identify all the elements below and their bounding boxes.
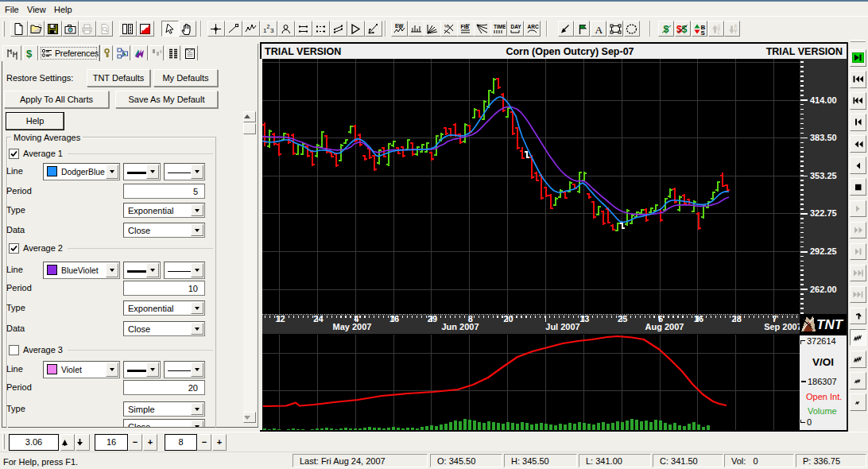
svg-text:262.00: 262.00 bbox=[810, 285, 837, 294]
svg-text:A: A bbox=[595, 23, 603, 35]
svg-text:TIME: TIME bbox=[494, 23, 506, 29]
svg-text:28: 28 bbox=[732, 314, 742, 324]
svg-text:13: 13 bbox=[579, 314, 589, 324]
svg-text:16: 16 bbox=[389, 314, 399, 324]
svg-text:TRIAL VERSION: TRIAL VERSION bbox=[766, 46, 843, 57]
svg-text:$: $ bbox=[26, 48, 33, 60]
svg-text:T: T bbox=[734, 30, 737, 34]
svg-text:Volume: Volume bbox=[808, 406, 837, 416]
svg-text:Jul 2007: Jul 2007 bbox=[545, 322, 579, 331]
svg-text:292.25: 292.25 bbox=[810, 246, 837, 256]
svg-text:12: 12 bbox=[275, 314, 285, 324]
svg-text:Aug 2007: Aug 2007 bbox=[645, 322, 684, 331]
svg-text:ARC: ARC bbox=[527, 23, 538, 29]
svg-text:383.50: 383.50 bbox=[810, 133, 837, 142]
svg-text:24: 24 bbox=[313, 314, 324, 324]
svg-text:25: 25 bbox=[618, 314, 627, 324]
svg-text:2: 2 bbox=[267, 24, 270, 29]
svg-text:DAY: DAY bbox=[510, 23, 521, 29]
svg-text:186307: 186307 bbox=[808, 377, 837, 386]
svg-text:16: 16 bbox=[694, 314, 703, 324]
svg-text:%: % bbox=[444, 24, 449, 29]
svg-text:Open Int.: Open Int. bbox=[806, 392, 842, 401]
svg-text:372614: 372614 bbox=[807, 336, 836, 346]
svg-text:FIB: FIB bbox=[461, 24, 470, 29]
svg-text:353.25: 353.25 bbox=[810, 171, 837, 180]
svg-text:EW: EW bbox=[395, 23, 404, 29]
svg-text:Jun 2007: Jun 2007 bbox=[441, 322, 479, 331]
svg-text:TNT: TNT bbox=[816, 317, 844, 332]
svg-text:29: 29 bbox=[428, 314, 437, 324]
svg-text:0: 0 bbox=[807, 417, 812, 427]
svg-text:V/OI: V/OI bbox=[812, 356, 834, 368]
svg-text:414.00: 414.00 bbox=[810, 95, 837, 105]
svg-text:S: S bbox=[701, 29, 706, 36]
svg-text:20: 20 bbox=[503, 314, 513, 324]
svg-text:3: 3 bbox=[270, 27, 274, 34]
svg-text:TRIAL VERSION: TRIAL VERSION bbox=[265, 46, 341, 57]
svg-text:May 2007: May 2007 bbox=[333, 322, 372, 331]
svg-text:Sep 2007: Sep 2007 bbox=[764, 322, 802, 331]
svg-text:322.75: 322.75 bbox=[810, 208, 837, 218]
svg-text:Corn (Open Outcry) Sep-07: Corn (Open Outcry) Sep-07 bbox=[506, 46, 634, 57]
